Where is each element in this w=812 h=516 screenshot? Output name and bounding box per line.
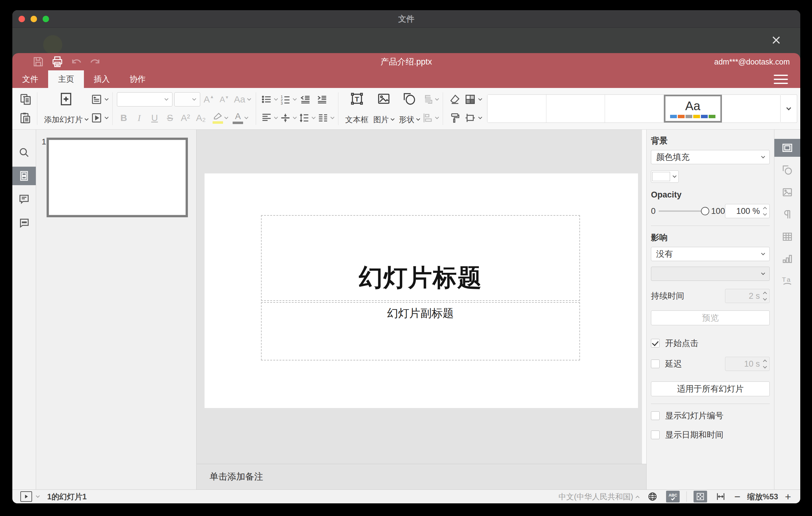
slide-thumbnail-1[interactable] — [47, 138, 188, 217]
font-color-button[interactable]: A — [233, 112, 243, 124]
horizontal-align-button[interactable] — [260, 110, 277, 126]
opacity-slider-handle[interactable] — [701, 207, 709, 216]
font-size-combo[interactable] — [174, 92, 200, 107]
set-language-button[interactable] — [646, 491, 659, 503]
opacity-spinbox[interactable]: 100 % — [725, 204, 770, 218]
background-label: 背景 — [651, 135, 770, 146]
sidebar-item-chat[interactable] — [12, 213, 36, 232]
spinner-arrows[interactable] — [763, 292, 766, 300]
decrease-font-button[interactable]: A▼ — [218, 91, 231, 107]
tab-file[interactable]: 文件 — [12, 70, 48, 88]
start-on-click-checkbox[interactable] — [651, 339, 660, 347]
paste-button[interactable] — [18, 110, 33, 126]
slide-layout-button[interactable] — [90, 91, 108, 107]
show-slide-number-label: 显示幻灯片编号 — [665, 410, 723, 421]
panel-tab-image-settings[interactable] — [774, 183, 800, 201]
add-slide-button[interactable]: 添加幻灯片 — [42, 90, 90, 127]
panel-tab-shape-settings[interactable] — [774, 161, 800, 179]
panel-tab-chart-settings[interactable] — [774, 250, 800, 268]
language-selector[interactable]: 中文(中华人民共和国) — [559, 492, 639, 502]
theme-option[interactable] — [722, 95, 781, 122]
opacity-slider[interactable] — [659, 210, 708, 212]
chevron-down-icon — [435, 96, 439, 101]
sidebar-item-search[interactable] — [12, 143, 36, 162]
show-slide-number-checkbox[interactable] — [651, 411, 660, 420]
copy-style-button[interactable] — [447, 110, 462, 126]
panel-tab-textart-settings[interactable]: Ta — [774, 272, 800, 290]
strikethrough-button[interactable]: S — [163, 113, 177, 123]
app-window: 文件 产品介绍.pptx adm***@dootask.com — [12, 10, 800, 503]
close-editor-button[interactable] — [770, 33, 783, 47]
statusbar-right: 中文(中华人民共和国) ABC − 缩放%53 + — [559, 491, 791, 503]
title-placeholder[interactable]: 幻灯片标题 — [261, 215, 580, 301]
preview-button[interactable]: 预览 — [651, 311, 770, 325]
columns-button[interactable] — [317, 110, 334, 126]
subscript-button[interactable]: A₂ — [194, 113, 208, 123]
increase-font-button[interactable]: A▲ — [202, 91, 216, 107]
delay-checkbox[interactable] — [651, 360, 660, 368]
notes-area[interactable]: 单击添加备注 — [197, 464, 646, 489]
spellcheck-button[interactable]: ABC — [666, 491, 680, 503]
slide-size-button[interactable] — [464, 110, 482, 126]
tab-insert[interactable]: 插入 — [84, 70, 120, 88]
increase-indent-icon — [316, 93, 328, 106]
decrease-indent-button[interactable] — [298, 91, 313, 107]
insert-shape-button[interactable]: 形状 — [397, 90, 422, 127]
effect-select[interactable]: 没有 — [651, 247, 770, 261]
start-slideshow-status-button[interactable] — [20, 491, 32, 502]
sidebar-item-slides[interactable] — [12, 167, 36, 185]
fill-type-select[interactable]: 颜色填充 — [651, 150, 770, 164]
fit-to-slide-button[interactable] — [694, 491, 707, 503]
numbered-list-button[interactable]: 123 — [279, 91, 296, 107]
zoom-in-button[interactable]: + — [785, 491, 791, 502]
italic-button[interactable]: I — [132, 113, 146, 123]
chevron-down-icon — [478, 96, 482, 101]
line-spacing-button[interactable] — [298, 110, 315, 126]
fill-color-picker[interactable] — [651, 170, 679, 183]
theme-option-selected[interactable]: Aa — [664, 95, 722, 122]
effect-variant-select[interactable] — [651, 267, 770, 281]
change-case-button[interactable]: Aa — [233, 91, 252, 107]
slide-surface[interactable]: 幻灯片标题 幻灯片副标题 — [205, 173, 638, 408]
eraser-button[interactable] — [447, 91, 462, 107]
highlight-color-button[interactable] — [212, 112, 223, 124]
panel-tab-table-settings[interactable] — [774, 228, 800, 246]
superscript-button[interactable]: A² — [179, 113, 192, 123]
panel-tab-paragraph-settings[interactable] — [774, 205, 800, 224]
theme-option[interactable] — [488, 95, 546, 122]
bold-button[interactable]: B — [117, 113, 130, 123]
theme-option[interactable] — [546, 95, 605, 122]
chevron-down-icon — [105, 115, 109, 119]
increase-indent-button[interactable] — [315, 91, 329, 107]
delay-spinbox[interactable]: 10 s — [725, 357, 770, 371]
slide-canvas[interactable]: 幻灯片标题 幻灯片副标题 — [197, 130, 646, 464]
fit-to-width-button[interactable] — [714, 491, 727, 503]
copy-button[interactable] — [18, 91, 33, 107]
apply-to-all-button[interactable]: 适用于所有幻灯片 — [651, 381, 770, 396]
duration-spinbox[interactable]: 2 s — [725, 289, 770, 303]
theme-gallery-expand-button[interactable] — [781, 94, 797, 123]
view-settings-menu-button[interactable] — [774, 75, 788, 84]
insert-image-button[interactable]: 图片 — [371, 90, 397, 127]
arrange-shape-button[interactable] — [422, 91, 438, 107]
font-name-combo[interactable] — [117, 92, 172, 107]
tab-collaboration[interactable]: 协作 — [120, 70, 155, 88]
underline-button[interactable]: U — [148, 113, 161, 123]
bullet-list-button[interactable] — [260, 91, 277, 107]
show-date-checkbox[interactable] — [651, 431, 660, 439]
start-slideshow-button[interactable] — [90, 110, 108, 126]
sidebar-item-comments[interactable] — [12, 190, 36, 209]
panel-tab-slide-settings[interactable] — [774, 139, 800, 157]
subtitle-placeholder[interactable]: 幻灯片副标题 — [261, 302, 580, 361]
tab-home[interactable]: 主页 — [48, 70, 84, 88]
spinner-arrows[interactable] — [763, 360, 766, 368]
insert-textbox-button[interactable]: T 文本框 — [343, 90, 371, 127]
color-scheme-button[interactable] — [464, 91, 482, 107]
zoom-out-button[interactable]: − — [734, 491, 741, 502]
chevron-down-icon — [416, 117, 420, 121]
align-shape-button[interactable] — [422, 110, 438, 126]
theme-option[interactable] — [605, 95, 664, 122]
vertical-scrollbar[interactable] — [642, 130, 646, 464]
spinner-arrows[interactable] — [763, 207, 766, 215]
vertical-align-button[interactable] — [279, 110, 296, 126]
